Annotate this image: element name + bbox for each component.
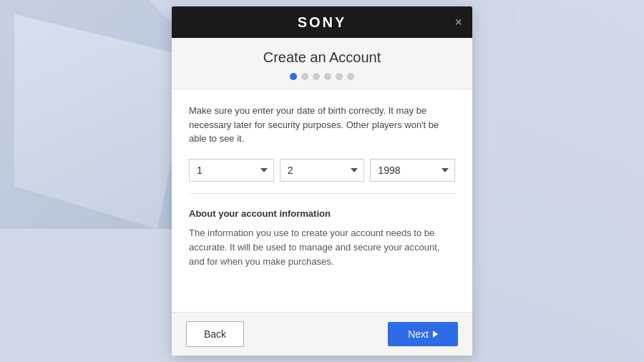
month-select[interactable]: 123456789101112 <box>280 159 365 182</box>
next-arrow-icon <box>433 331 438 338</box>
close-button[interactable]: × <box>454 16 462 29</box>
info-text: Make sure you enter your date of birth c… <box>189 104 455 146</box>
dialog-container: SONY × Create an Account Make sure you e… <box>172 6 472 356</box>
progress-dot-2 <box>301 73 308 80</box>
day-select[interactable]: 1234567891011121314151617181920212223242… <box>189 159 274 182</box>
year-select[interactable]: 1998199719961995199419931992199119901989… <box>370 159 455 182</box>
progress-indicator <box>172 73 472 80</box>
dialog-footer: Back Next <box>172 312 472 356</box>
progress-dot-5 <box>336 73 343 80</box>
dialog-content: Make sure you enter your date of birth c… <box>172 89 472 283</box>
title-area: Create an Account <box>172 38 472 89</box>
next-button[interactable]: Next <box>388 322 458 346</box>
back-button[interactable]: Back <box>186 321 244 347</box>
account-info-title: About your account information <box>189 208 455 219</box>
page-title: Create an Account <box>172 49 472 66</box>
sony-logo: SONY <box>298 14 347 31</box>
next-label: Next <box>408 328 429 340</box>
date-of-birth-row: 1234567891011121314151617181920212223242… <box>189 159 455 194</box>
progress-dot-1 <box>290 73 297 80</box>
progress-dot-3 <box>313 73 320 80</box>
account-info-text: The information you use to create your a… <box>189 226 455 269</box>
progress-dot-6 <box>347 73 354 80</box>
dialog-header: SONY × <box>172 6 472 38</box>
progress-dot-4 <box>324 73 331 80</box>
